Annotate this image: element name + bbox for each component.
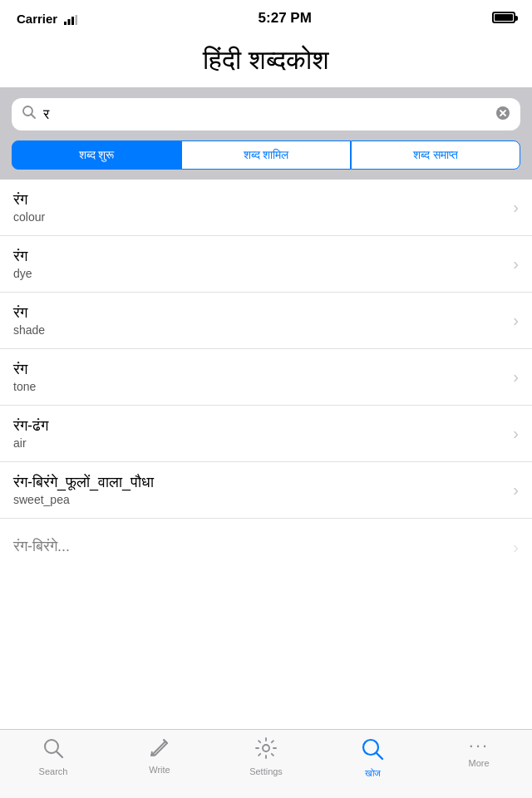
battery-icon (492, 12, 515, 26)
svg-line-5 (32, 115, 36, 119)
chevron-right-icon: › (513, 367, 519, 387)
write-tab-icon (149, 736, 170, 761)
tab-write[interactable]: Write (106, 736, 213, 775)
svg-point-9 (45, 740, 58, 753)
hindi-word: रंग-बिरंगे_फूलों_वाला_पौधा (13, 474, 513, 491)
segment-ends-with[interactable]: शब्द समाप्त (351, 140, 520, 170)
tab-search-label: Search (39, 766, 68, 776)
svg-rect-2 (71, 17, 74, 25)
settings-tab-icon (254, 736, 278, 763)
chevron-right-icon: › (513, 424, 519, 443)
list-item[interactable]: रंग-बिरंगे... › (0, 519, 532, 575)
segment-control: शब्द शुरू शब्द शामिल शब्द समाप्त (0, 140, 532, 180)
english-word: shade (13, 323, 513, 337)
tab-khoj[interactable]: खोज (319, 736, 426, 779)
english-word: air (13, 436, 513, 450)
chevron-right-icon: › (513, 311, 519, 330)
app-title: हिंदी शब्दकोश (0, 37, 532, 88)
svg-rect-1 (68, 19, 71, 25)
tab-more[interactable]: ··· More (426, 736, 532, 768)
english-word: dye (13, 267, 513, 280)
search-area (0, 88, 532, 140)
search-tab-icon (42, 736, 65, 763)
svg-rect-0 (64, 22, 66, 25)
list-item[interactable]: रंग colour › (0, 180, 532, 236)
svg-point-14 (263, 745, 269, 751)
tab-write-label: Write (149, 765, 170, 775)
hindi-word: रंग (13, 191, 513, 209)
khoj-tab-icon (360, 736, 385, 765)
status-bar: Carrier 5:27 PM (0, 0, 532, 37)
tab-more-label: More (468, 758, 489, 768)
segment-starts-with[interactable]: शब्द शुरू (12, 140, 181, 170)
status-time: 5:27 PM (259, 10, 312, 27)
tab-search[interactable]: Search (0, 736, 106, 776)
hindi-word: रंग-बिरंगे... (13, 538, 513, 555)
svg-line-16 (377, 753, 382, 759)
search-input[interactable] (43, 106, 489, 123)
carrier-label: Carrier (17, 12, 77, 26)
english-word: sweet_pea (13, 493, 513, 506)
search-clear-button[interactable] (495, 106, 510, 123)
chevron-right-icon: › (513, 538, 519, 557)
english-word: tone (13, 380, 513, 393)
chevron-right-icon: › (513, 480, 519, 500)
tab-settings-label: Settings (249, 766, 283, 776)
tab-bar: Search Write Settings (0, 729, 532, 798)
more-tab-icon: ··· (469, 736, 489, 755)
chevron-right-icon: › (513, 198, 519, 217)
word-list: रंग colour › रंग dye › रंग shade › रंग t… (0, 180, 532, 715)
tab-settings[interactable]: Settings (213, 736, 319, 776)
tab-khoj-label: खोज (365, 768, 381, 779)
english-word: colour (13, 210, 513, 224)
chevron-right-icon: › (513, 254, 519, 273)
hindi-word: रंग-ढंग (13, 417, 513, 435)
list-item[interactable]: रंग-ढंग air › (0, 406, 532, 462)
svg-rect-3 (76, 15, 78, 25)
list-item[interactable]: रंग tone › (0, 349, 532, 406)
svg-line-10 (57, 752, 63, 758)
list-item[interactable]: रंग shade › (0, 293, 532, 349)
svg-line-11 (152, 741, 165, 755)
segment-contains[interactable]: शब्द शामिल (181, 140, 351, 170)
list-item[interactable]: रंग dye › (0, 236, 532, 293)
list-item[interactable]: रंग-बिरंगे_फूलों_वाला_पौधा sweet_pea › (0, 462, 532, 519)
search-bar-container (12, 98, 520, 131)
hindi-word: रंग (13, 248, 513, 265)
hindi-word: रंग (13, 361, 513, 378)
search-icon (22, 105, 37, 124)
hindi-word: रंग (13, 304, 513, 322)
